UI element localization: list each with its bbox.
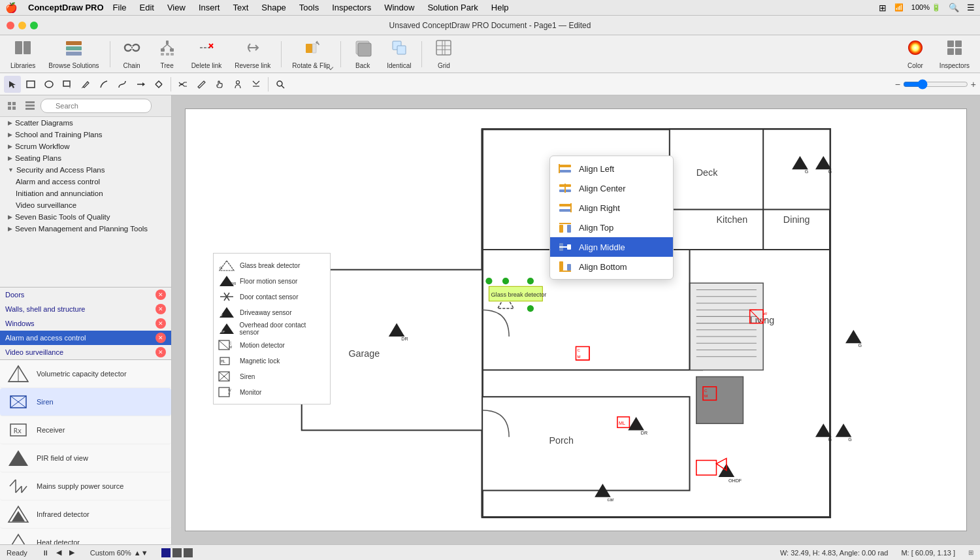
grid-button[interactable]: Grid bbox=[427, 36, 460, 72]
lib-windows[interactable]: Windows ✕ bbox=[0, 316, 171, 331]
tree-item-school[interactable]: ▶ School and Training Plans bbox=[0, 129, 171, 140]
libraries-button[interactable]: Libraries bbox=[5, 36, 41, 72]
tb2-more-1[interactable] bbox=[174, 76, 191, 93]
identical-button[interactable]: Identical bbox=[382, 36, 416, 72]
pause-button[interactable]: ⏸ bbox=[41, 548, 51, 558]
zoom-dropdown[interactable]: Custom 60% ▲▼ bbox=[90, 549, 148, 557]
select-tool[interactable] bbox=[4, 76, 21, 93]
tree-item-seven-mgmt[interactable]: ▶ Seven Management and Planning Tools bbox=[0, 223, 171, 235]
menu-shape[interactable]: Shape bbox=[261, 3, 286, 12]
line-tool[interactable] bbox=[95, 76, 112, 93]
zoom-search[interactable] bbox=[272, 76, 289, 93]
close-video-button[interactable]: ✕ bbox=[155, 347, 166, 357]
tree-item-scatter[interactable]: ▶ Scatter Diagrams bbox=[0, 117, 171, 129]
tree-item-seven-basic[interactable]: ▶ Seven Basic Tools of Quality bbox=[0, 211, 171, 223]
align-left-option[interactable]: Align Left bbox=[550, 159, 673, 178]
play-button[interactable]: ▶ bbox=[67, 548, 77, 558]
browse-solutions-button[interactable]: Browse Solutions bbox=[43, 36, 104, 72]
align-bottom-option[interactable]: Align Bottom bbox=[550, 257, 673, 276]
hand-tool[interactable] bbox=[211, 76, 228, 93]
tree-item-scrum[interactable]: ▶ Scrum Workflow bbox=[0, 140, 171, 152]
svg-marker-69 bbox=[12, 511, 25, 521]
crop-tool[interactable] bbox=[59, 76, 76, 93]
shape-receiver[interactable]: Rx Receiver bbox=[0, 416, 171, 444]
close-windows-button[interactable]: ✕ bbox=[155, 318, 166, 329]
lib-alarm[interactable]: Alarm and access control ✕ bbox=[0, 331, 171, 345]
person-tool[interactable] bbox=[229, 76, 246, 93]
menu-text[interactable]: Text bbox=[233, 3, 248, 12]
color-button[interactable]: Color bbox=[899, 36, 932, 72]
page-3-box[interactable] bbox=[184, 548, 193, 557]
lib-walls[interactable]: Walls, shell and structure ✕ bbox=[0, 302, 171, 316]
close-doors-button[interactable]: ✕ bbox=[155, 289, 166, 300]
menu-file[interactable]: File bbox=[113, 3, 127, 12]
rectangle-tool[interactable] bbox=[22, 76, 39, 93]
page-1-box[interactable] bbox=[161, 548, 171, 557]
arrow-icon: ▶ bbox=[8, 214, 12, 220]
menu-help[interactable]: Help bbox=[491, 3, 509, 12]
tree-item-seating[interactable]: ▶ Seating Plans bbox=[0, 152, 171, 164]
menu-edit[interactable]: Edit bbox=[140, 3, 154, 12]
paint-tool[interactable] bbox=[248, 76, 265, 93]
ellipse-tool[interactable] bbox=[41, 76, 57, 93]
chain-button[interactable]: Chain bbox=[116, 36, 148, 72]
tree-icon bbox=[158, 39, 176, 61]
grid-view-button[interactable] bbox=[22, 98, 38, 114]
menu-solution-park[interactable]: Solution Park bbox=[427, 3, 478, 12]
shape-heat[interactable]: Heat detector bbox=[0, 529, 171, 544]
inspectors-button[interactable]: Inspectors bbox=[934, 36, 975, 72]
zoom-in-button[interactable]: + bbox=[971, 79, 976, 90]
menu-window[interactable]: Window bbox=[384, 3, 414, 12]
curve-tool[interactable] bbox=[114, 76, 131, 93]
apple-menu[interactable]: 🍎 bbox=[5, 2, 18, 14]
lib-video[interactable]: Video surveillance ✕ bbox=[0, 345, 171, 359]
connector-tool[interactable] bbox=[132, 76, 149, 93]
control-icon[interactable]: ☰ bbox=[967, 3, 975, 12]
tree-button[interactable]: Tree bbox=[151, 36, 184, 72]
close-button[interactable] bbox=[7, 22, 14, 29]
shape-infrared[interactable]: Infrared detector bbox=[0, 501, 171, 529]
tree-item-initiation[interactable]: Initiation and annunciation bbox=[0, 188, 171, 199]
zoom-out-button[interactable]: − bbox=[895, 79, 900, 90]
legend-item: car Driveaway sensor bbox=[218, 305, 326, 320]
canvas-area[interactable]: Deck Kitchen Dining Garage Living Porch … bbox=[172, 95, 980, 544]
rotate-flip-button[interactable]: Rotate & Flip bbox=[287, 36, 335, 72]
tree-item-alarm[interactable]: Alarm and access control bbox=[0, 176, 171, 188]
svg-line-10 bbox=[163, 44, 167, 48]
menu-tools[interactable]: Tools bbox=[299, 3, 319, 12]
list-view-button[interactable] bbox=[4, 98, 20, 114]
delete-link-button[interactable]: Delete link bbox=[186, 36, 227, 72]
align-middle-option[interactable]: Align Middle bbox=[550, 237, 673, 257]
shape-volumetric[interactable]: Volumetric capacity detector bbox=[0, 360, 171, 388]
close-alarm-button[interactable]: ✕ bbox=[155, 333, 166, 343]
shape-label: Infrared detector bbox=[37, 510, 90, 518]
align-center-option[interactable]: Align Center bbox=[550, 178, 673, 198]
connector2-tool[interactable] bbox=[150, 76, 167, 93]
align-top-option[interactable]: Align Top bbox=[550, 218, 673, 237]
align-right-option[interactable]: Align Right bbox=[550, 198, 673, 218]
shape-pir[interactable]: PIR field of view bbox=[0, 444, 171, 472]
tree-item-video-surv[interactable]: Video surveillance bbox=[0, 199, 171, 211]
search-icon[interactable]: 🔍 bbox=[949, 3, 959, 12]
tree-item-security[interactable]: ▼ Security and Access Plans bbox=[0, 164, 171, 176]
back-button[interactable]: Back bbox=[346, 36, 379, 72]
tree-item-label: Video surveillance bbox=[16, 201, 76, 209]
shape-siren[interactable]: Siren bbox=[0, 388, 171, 416]
zoom-slider[interactable] bbox=[903, 79, 968, 90]
pencil-tool[interactable] bbox=[193, 76, 210, 93]
search-input[interactable] bbox=[41, 99, 152, 113]
shape-mains[interactable]: Mains supply power source bbox=[0, 472, 171, 501]
close-walls-button[interactable]: ✕ bbox=[155, 304, 166, 314]
page-2-box[interactable] bbox=[172, 548, 182, 557]
menu-inspectors[interactable]: Inspectors bbox=[332, 3, 371, 12]
menu-insert[interactable]: Insert bbox=[199, 3, 220, 12]
reverse-link-button[interactable]: Reverse link bbox=[229, 36, 276, 72]
pen-tool[interactable] bbox=[77, 76, 94, 93]
prev-button[interactable]: ◀ bbox=[54, 548, 64, 558]
lib-doors[interactable]: Doors ✕ bbox=[0, 288, 171, 302]
menu-view[interactable]: View bbox=[167, 3, 186, 12]
svg-text:M: M bbox=[229, 345, 232, 349]
minimize-button[interactable] bbox=[18, 22, 26, 29]
control-center-icon[interactable]: ⊞ bbox=[879, 3, 887, 13]
fullscreen-button[interactable] bbox=[30, 22, 38, 29]
